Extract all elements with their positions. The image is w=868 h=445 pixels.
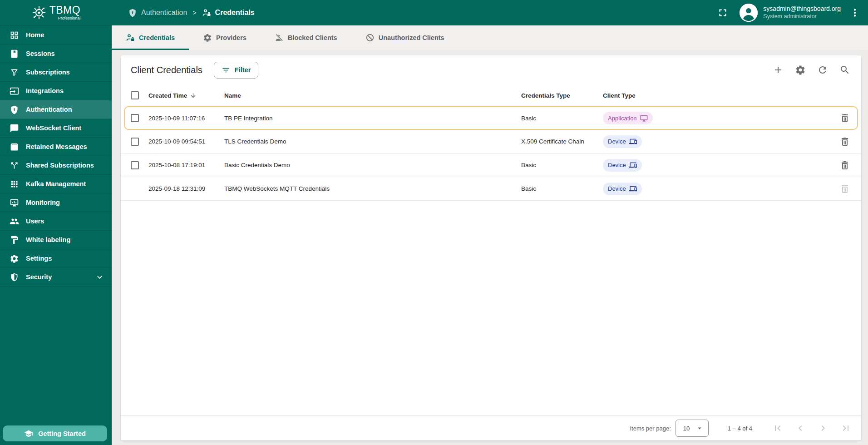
next-page-button[interactable]: [818, 423, 829, 434]
tab-bar: Credentials Providers Blocked Clients Un…: [112, 25, 868, 50]
tab-unauthorized-clients[interactable]: Unauthorized Clients: [351, 25, 459, 50]
cell-credentials-type: X.509 Certificate Chain: [521, 138, 603, 145]
row-checkbox[interactable]: [131, 114, 139, 122]
row-checkbox[interactable]: [131, 138, 139, 146]
tab-blocked-clients[interactable]: Blocked Clients: [261, 25, 351, 50]
tab-label: Providers: [216, 34, 247, 41]
trash-icon: [839, 160, 850, 171]
sidebar-item-home[interactable]: Home: [0, 26, 112, 44]
gear-icon: [203, 33, 212, 42]
user-info[interactable]: sysadmin@thingsboard.org System administ…: [763, 5, 841, 20]
row-checkbox[interactable]: [131, 161, 139, 169]
first-page-button[interactable]: [772, 423, 783, 434]
sidebar-item-settings[interactable]: Settings: [0, 249, 112, 268]
last-page-button[interactable]: [840, 423, 851, 434]
column-header-client-type[interactable]: Client Type: [603, 92, 832, 99]
funnel-icon: [10, 68, 19, 77]
tab-label: Credentials: [139, 34, 175, 41]
table-toolbar: Client Credentials Filter: [121, 55, 861, 84]
delete-button[interactable]: [839, 113, 850, 124]
column-header-created-time[interactable]: Created Time: [148, 92, 224, 99]
breadcrumb-page-label: Credentials: [215, 9, 255, 17]
sidebar: Home Sessions Subscriptions Integrations…: [0, 25, 112, 445]
book-icon: [10, 49, 19, 59]
client-type-chip-device: Device: [603, 159, 642, 172]
sidebar-item-label: WebSocket Client: [26, 124, 81, 132]
user-role: System administrator: [763, 14, 841, 20]
column-header-credentials-type[interactable]: Credentials Type: [521, 92, 603, 99]
sidebar-item-kafka-management[interactable]: Kafka Management: [0, 175, 112, 193]
split-icon: [10, 161, 19, 170]
user-email: sysadmin@thingsboard.org: [763, 5, 841, 12]
trash-icon: [839, 136, 850, 147]
sidebar-item-label: Retained Messages: [26, 143, 87, 150]
delete-button[interactable]: [839, 136, 850, 147]
select-all-checkbox[interactable]: [131, 91, 139, 99]
sidebar-item-authentication[interactable]: Authentication: [0, 100, 112, 119]
sidebar-item-label: Authentication: [26, 106, 72, 113]
input-icon: [10, 86, 19, 96]
table-row[interactable]: 2025-10-09 11:07:16 TB PE Integration Ba…: [124, 106, 858, 130]
getting-started-button[interactable]: Getting Started: [3, 425, 107, 441]
sidebar-item-label: Users: [26, 218, 44, 225]
sidebar-item-label: Sessions: [26, 50, 55, 57]
sidebar-item-monitoring[interactable]: Monitoring: [0, 193, 112, 212]
more-menu-button[interactable]: [849, 7, 861, 19]
client-credentials-card: Client Credentials Filter: [121, 55, 861, 440]
sidebar-item-label: Shared Subscriptions: [26, 162, 94, 169]
avatar[interactable]: [740, 4, 758, 22]
cell-created-time: 2025-10-09 09:54:51: [148, 138, 224, 145]
breadcrumb-credentials[interactable]: Credentials: [202, 8, 255, 17]
trash-icon: [839, 183, 850, 194]
columns-settings-button[interactable]: [795, 64, 806, 75]
devices-icon: [629, 138, 637, 145]
table-row[interactable]: 2025-09-18 12:31:09 TBMQ WebSockets MQTT…: [121, 177, 861, 201]
sidebar-item-white-labeling[interactable]: White labeling: [0, 231, 112, 249]
more-vert-icon: [849, 7, 861, 19]
top-header: TBMQ Professional Authentication >: [0, 0, 868, 25]
tab-label: Blocked Clients: [288, 34, 337, 41]
column-header-name[interactable]: Name: [224, 92, 521, 99]
archive-icon: [10, 142, 19, 152]
table-pagination: Items per page: 10 1 – 4 of 4: [121, 415, 861, 440]
sidebar-item-integrations[interactable]: Integrations: [0, 82, 112, 100]
sidebar-item-subscriptions[interactable]: Subscriptions: [0, 63, 112, 82]
sidebar-item-sessions[interactable]: Sessions: [0, 44, 112, 63]
shield-lock-icon: [128, 8, 137, 17]
breadcrumb-authentication[interactable]: Authentication: [128, 8, 187, 17]
table-row[interactable]: 2025-10-08 17:19:01 Basic Credentials De…: [121, 153, 861, 177]
tab-providers[interactable]: Providers: [189, 25, 261, 50]
devices-icon: [629, 185, 637, 193]
cell-created-time: 2025-10-08 17:19:01: [148, 162, 224, 168]
chevron-right-icon: [818, 423, 829, 434]
cell-name: TLS Credentials Demo: [224, 138, 521, 145]
table-row[interactable]: 2025-10-09 09:54:51 TLS Credentials Demo…: [121, 130, 861, 153]
sidebar-item-shared-subscriptions[interactable]: Shared Subscriptions: [0, 156, 112, 175]
sidebar-item-retained-messages[interactable]: Retained Messages: [0, 138, 112, 156]
filter-button[interactable]: Filter: [214, 62, 258, 79]
sidebar-item-websocket-client[interactable]: WebSocket Client: [0, 119, 112, 138]
breadcrumb: Authentication > Credentials: [128, 8, 255, 17]
getting-started-label: Getting Started: [38, 430, 86, 437]
app-name: TBMQ: [49, 5, 80, 15]
people-icon: [10, 217, 19, 226]
sidebar-item-security[interactable]: Security: [0, 268, 112, 287]
fullscreen-button[interactable]: [717, 7, 729, 19]
breadcrumb-separator: >: [192, 9, 196, 16]
refresh-button[interactable]: [817, 64, 828, 75]
sidebar-item-label: Integrations: [26, 87, 64, 94]
monitor-icon: [10, 198, 19, 208]
tbmq-logo: TBMQ Professional: [0, 5, 112, 20]
search-button[interactable]: [839, 64, 850, 75]
sidebar-item-label: Monitoring: [26, 199, 60, 206]
add-button[interactable]: [773, 64, 784, 75]
breadcrumb-section-label: Authentication: [141, 9, 187, 17]
delete-button[interactable]: [839, 160, 850, 171]
sidebar-item-users[interactable]: Users: [0, 212, 112, 231]
tab-credentials[interactable]: Credentials: [112, 25, 189, 50]
grid-icon: [10, 30, 19, 40]
page-size-select[interactable]: 10: [676, 420, 709, 437]
previous-page-button[interactable]: [795, 423, 806, 434]
main-area: Credentials Providers Blocked Clients Un…: [112, 25, 868, 445]
page-size-value: 10: [683, 425, 690, 432]
